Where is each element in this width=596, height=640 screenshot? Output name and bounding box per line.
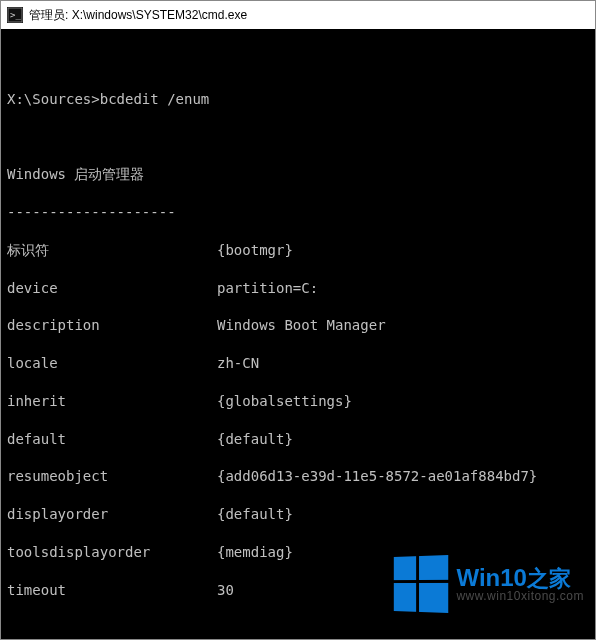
- separator: --------------------: [7, 203, 589, 222]
- field-value: {memdiag}: [217, 543, 293, 562]
- field-value: 30: [217, 581, 234, 600]
- window-titlebar[interactable]: >_ 管理员: X:\windows\SYSTEM32\cmd.exe: [1, 1, 595, 29]
- field-value: {globalsettings}: [217, 392, 352, 411]
- field-key: timeout: [7, 581, 217, 600]
- field-key: 标识符: [7, 241, 217, 260]
- section-title: Windows 启动管理器: [7, 165, 589, 184]
- field-value: Windows Boot Manager: [217, 316, 386, 335]
- field-key: locale: [7, 354, 217, 373]
- field-value: {default}: [217, 430, 293, 449]
- prompt: X:\Sources>: [7, 91, 100, 107]
- terminal-output: X:\Sources>bcdedit /enum Windows 启动管理器 -…: [1, 29, 595, 640]
- svg-text:>_: >_: [10, 10, 21, 20]
- field-key: description: [7, 316, 217, 335]
- field-value: {bootmgr}: [217, 241, 293, 260]
- cmd-icon: >_: [7, 7, 23, 23]
- field-key: device: [7, 279, 217, 298]
- window-title: 管理员: X:\windows\SYSTEM32\cmd.exe: [29, 7, 247, 24]
- field-key: displayorder: [7, 505, 217, 524]
- field-value: zh-CN: [217, 354, 259, 373]
- field-value: partition=C:: [217, 279, 318, 298]
- field-key: toolsdisplayorder: [7, 543, 217, 562]
- field-key: resumeobject: [7, 467, 217, 486]
- field-key: inherit: [7, 392, 217, 411]
- field-key: default: [7, 430, 217, 449]
- command-text: bcdedit /enum: [100, 91, 210, 107]
- field-value: {default}: [217, 505, 293, 524]
- field-value: {add06d13-e39d-11e5-8572-ae01af884bd7}: [217, 467, 537, 486]
